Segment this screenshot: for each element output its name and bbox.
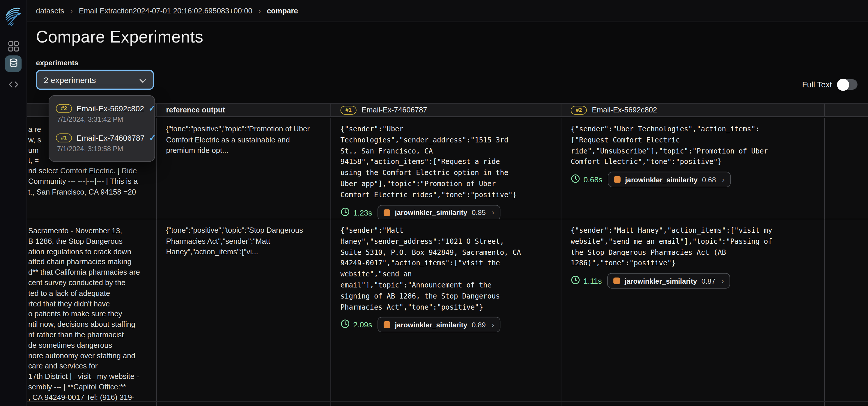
sidebar-item-sdk[interactable] (7, 79, 20, 91)
json-line: St., San Francisco, CA (341, 145, 553, 156)
experiment-1-output-cell: {"sender":"UberTechnologies","sender_add… (331, 118, 561, 219)
full-text-control: Full Text (802, 79, 858, 90)
json-line: website","send an (341, 269, 553, 280)
experiment-number-badge: #2 (56, 104, 72, 113)
text-line: Pharmacies Act","sender":"Matt (166, 236, 323, 246)
experiment-1-output-cell: {"sender":"MattHaney","sender_address":"… (331, 219, 561, 401)
feedback-color-swatch-icon (384, 322, 390, 328)
spacer-cell (27, 402, 157, 406)
latency-text: 0.68s (583, 175, 602, 184)
json-line: Suite 5310, P.O. Box 942849, Sacramento,… (341, 247, 553, 258)
spacer-cell (825, 219, 868, 401)
text-line: {"tone":"positive","topic":"Stop Dangero… (166, 225, 323, 236)
json-line: Uber app"],"topic":"Promotion of Uber (341, 178, 553, 189)
text-line: nd select Comfort Electric. | Ride (28, 166, 152, 177)
json-line: {"sender":"Matt Haney","action_items":["… (571, 225, 816, 236)
text-line: ted to a lack of adequate (28, 288, 152, 299)
breadcrumb-item-compare: compare (267, 7, 298, 15)
text-line: nore autonomy over staffing and (28, 351, 152, 361)
sidebar-item-apps[interactable] (7, 41, 20, 53)
reference-output-cell: {"tone":"positive","topic":"Promotion of… (157, 118, 331, 219)
text-line: Sacramento - November 13, (28, 226, 152, 236)
run-footer: 1.11sjarowinkler_similarity0.87› (571, 273, 816, 289)
full-text-toggle[interactable] (837, 79, 857, 90)
chevron-right-icon: › (721, 277, 724, 285)
experiment-number-badge: #2 (571, 106, 587, 114)
json-line: Comfort Electric rides","tone":"positive… (341, 189, 553, 200)
text-line: premium ride opt... (166, 145, 323, 156)
langsmith-logo-icon[interactable] (4, 6, 23, 27)
sidebar (0, 0, 27, 406)
compare-experiments-page: datasets › Email Extraction2024-07-01 20… (0, 0, 868, 406)
feedback-color-swatch-icon (384, 209, 390, 216)
feedback-name: jarowinkler_similarity (395, 208, 467, 217)
experiment-timestamp: 7/1/2024, 3:19:58 PM (56, 145, 149, 153)
column-header-reference-output: reference output (157, 104, 331, 116)
experiment-menu-item-row: #2Email-Ex-5692c802✓ (56, 104, 149, 114)
text-line: care and services for (28, 361, 152, 372)
experiment-menu-item[interactable]: #1Email-Ex-74606787✓7/1/2024, 3:19:58 PM (49, 128, 154, 158)
grid-icon (7, 40, 19, 54)
feedback-chip[interactable]: jarowinkler_similarity0.87› (608, 273, 730, 289)
breadcrumb-item-datasets[interactable]: datasets (36, 7, 64, 15)
text-line: Comfort Electric as a sustainable and (166, 134, 323, 145)
json-line: email"],"topic":"Announcement of the (341, 280, 553, 291)
text-line: rted that they didn't have (28, 299, 152, 309)
database-icon (8, 58, 18, 69)
experiment-menu-item[interactable]: #2Email-Ex-5692c802✓7/1/2024, 3:31:42 PM (49, 99, 154, 128)
text-line: t., San Francisco, CA 94158 =20 (28, 187, 152, 198)
table-row: Sacramento - November 13,B 1286, the Sto… (27, 219, 868, 402)
experiments-select[interactable]: 2 experiments (36, 70, 154, 90)
latency-value: 1.11s (571, 276, 602, 287)
json-line: Technologies","sender_address":"1515 3rd (341, 135, 553, 146)
spacer-cell (331, 402, 561, 406)
spacer-cell (825, 402, 868, 406)
breadcrumb: datasets › Email Extraction2024-07-01 20… (27, 0, 868, 22)
json-line: 1286)","tone":"positive"} (571, 258, 816, 269)
sidebar-item-datasets[interactable] (5, 55, 22, 72)
spacer-cell (825, 118, 868, 219)
clock-icon (341, 207, 350, 218)
text-line: {"tone":"positive","topic":"Promotion of… (166, 123, 323, 134)
feedback-color-swatch-icon (614, 278, 620, 284)
json-line: 94158","action_items":["Request a ride (341, 156, 553, 168)
clock-icon (571, 276, 580, 287)
latency-value: 1.23s (341, 207, 372, 218)
experiments-menu: #2Email-Ex-5692c802✓7/1/2024, 3:31:42 PM… (49, 95, 155, 162)
json-line: 94249-0017","action_items":["visit the (341, 258, 553, 269)
full-text-label: Full Text (802, 80, 832, 89)
breadcrumb-item-dataset-name[interactable]: Email Extraction2024-07-01 20:16:02.6950… (79, 7, 252, 15)
text-line: , CA 94249-0017 Tel: (916) 319- (28, 393, 152, 401)
chevron-down-icon (140, 75, 146, 84)
input-cell: Sacramento - November 13,B 1286, the Sto… (27, 219, 157, 401)
column-header-experiment-2: #2 Email-Ex-5692c802 (561, 104, 825, 116)
feedback-chip[interactable]: jarowinkler_similarity0.68› (608, 172, 731, 187)
feedback-chip[interactable]: jarowinkler_similarity0.89› (377, 317, 500, 332)
json-line: signing of AB 1286, the Stop Dangerous (341, 291, 553, 302)
check-icon: ✓ (149, 104, 155, 114)
experiments-select-value: 2 experiments (44, 75, 96, 84)
breadcrumb-separator: › (258, 7, 261, 15)
text-line: Haney","action_items":["vi... (166, 246, 323, 257)
feedback-score: 0.87 (702, 277, 715, 285)
chevron-right-icon: › (492, 321, 494, 329)
page-title: Compare Experiments (36, 28, 204, 47)
json-line: Haney","sender_address":"1021 O Street, (341, 236, 553, 247)
text-line: o patients to make sure they (28, 309, 152, 320)
experiments-field-label: experiments (36, 59, 79, 67)
latency-text: 1.23s (353, 208, 372, 217)
json-line: ride","Unsubscribe"],"topic":"Promotion … (571, 145, 816, 156)
clock-icon (341, 319, 350, 330)
code-icon (7, 80, 19, 91)
feedback-score: 0.85 (472, 208, 486, 217)
text-line: ation regulations to crack down (28, 247, 152, 257)
reference-output-cell: {"tone":"positive","topic":"Stop Dangero… (157, 219, 331, 401)
chevron-right-icon: › (722, 175, 724, 184)
feedback-name: jarowinkler_similarity (395, 321, 467, 329)
text-line: cent survey conducted by the (28, 278, 152, 289)
json-line: {"sender":"Matt (341, 225, 553, 236)
text-line: affed chain pharmacies making (28, 257, 152, 268)
run-footer: 1.23sjarowinkler_similarity0.85› (341, 205, 553, 219)
feedback-chip[interactable]: jarowinkler_similarity0.85› (377, 205, 500, 219)
experiment-name: Email-Ex-74606787 (76, 134, 145, 142)
